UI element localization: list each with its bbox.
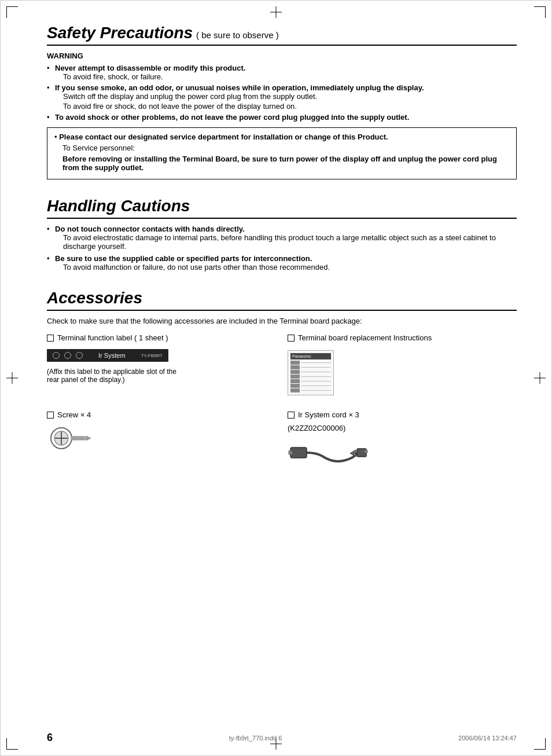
label-ir-text: Ir System (98, 352, 125, 359)
warning-item-3: To avoid shock or other problems, do not… (47, 113, 517, 122)
item-2-label: Terminal board replacement Instructions (298, 333, 432, 342)
accessory-item-screw: Screw × 4 (47, 410, 276, 476)
accessories-grid: Terminal function label ( 1 sheet ) Ir S… (47, 333, 517, 476)
accessory-label-text-2: Terminal board replacement Instructions (288, 333, 517, 342)
manual-image: Panasonic (288, 350, 334, 395)
manual-header: Panasonic (290, 353, 331, 359)
item-1-label: Terminal function label ( 1 sheet ) (57, 333, 168, 342)
safety-divider (47, 45, 517, 46)
handling-item-2-bold: Be sure to use the supplied cable or spe… (55, 254, 312, 263)
crosshair-left (6, 372, 18, 384)
warning-label: WARNING (47, 52, 517, 60)
svg-rect-11 (290, 447, 307, 458)
checkbox-4 (288, 412, 295, 419)
warning-item-2: If you sense smoke, an odd odor, or unus… (47, 83, 517, 111)
safety-title: Safety Precautions (47, 24, 193, 42)
warning-item-1-bold: Never attempt to disassemble or modify t… (55, 64, 245, 72)
warning-item-3-bold: To avoid shock or other problems, do not… (55, 113, 409, 122)
cord-image (288, 436, 369, 476)
handling-item-2: Be sure to use the supplied cable or spe… (47, 254, 517, 271)
page-number: 6 (47, 732, 53, 744)
handling-item-2-sub: To avoid malfunction or failure, do not … (55, 263, 517, 271)
warning-item-2-bold: If you sense smoke, an odd odor, or unus… (55, 83, 424, 92)
checkbox-2 (288, 335, 295, 342)
warning-list: Never attempt to disassemble or modify t… (47, 64, 517, 122)
corner-tl (6, 6, 18, 18)
crosshair-top (270, 6, 282, 18)
warning-item-1: Never attempt to disassemble or modify t… (47, 64, 517, 81)
corner-tr (534, 6, 546, 18)
accessory-item-manual: Terminal board replacement Instructions … (288, 333, 517, 399)
crosshair-right (534, 372, 546, 384)
svg-marker-15 (350, 450, 356, 457)
handling-item-1: Do not touch connector contacts with han… (47, 225, 517, 251)
svg-marker-10 (87, 436, 91, 440)
svg-rect-12 (289, 451, 292, 454)
safety-section: Safety Precautions( be sure to observe )… (47, 24, 517, 179)
box-line1: To Service personnel: (54, 144, 509, 152)
warning-box: • Please contact our designated service … (47, 127, 517, 179)
label-image-container: Ir System TY-FB9RT (47, 349, 276, 362)
accessories-intro: Check to make sure that the following ac… (47, 317, 517, 325)
warning-item-1-sub: To avoid fire, shock, or failure. (55, 72, 517, 81)
handling-item-1-sub: To avoid electrostatic damage to interna… (55, 233, 517, 251)
handling-section: Handling Cautions Do not touch connector… (47, 197, 517, 271)
accessory-item-label: Terminal function label ( 1 sheet ) Ir S… (47, 333, 276, 399)
footer-date: 2006/06/14 13:24:47 (458, 735, 517, 742)
item-4-label: Ir System cord × 3 (298, 410, 359, 419)
box-bullet: • Please contact our designated service … (54, 133, 509, 141)
accessories-divider (47, 310, 517, 311)
handling-divider (47, 218, 517, 219)
svg-rect-14 (365, 450, 367, 453)
checkbox-3 (47, 412, 54, 419)
item-1-caption: (Affix this label to the applicable slot… (47, 368, 276, 384)
item-4-caption: (K2ZZ02C00006) (288, 424, 517, 432)
handling-title: Handling Cautions (47, 197, 517, 215)
box-bullet-bold: Please contact our designated service de… (59, 133, 388, 141)
item-3-label: Screw × 4 (57, 410, 91, 419)
accessory-label-text-3: Screw × 4 (47, 410, 276, 419)
page: English Safety Precautions( be sure to o… (0, 0, 552, 756)
accessories-title: Accessories (47, 289, 517, 307)
accessory-label-text-4: Ir System cord × 3 (288, 410, 517, 419)
label-model: TY-FB9RT (141, 353, 163, 358)
screw-image (47, 424, 93, 453)
warning-item-2-sub1: Switch off the display and unplug the po… (55, 92, 517, 101)
footer-file: ty-fb9rt_770.indd 6 (229, 735, 282, 742)
safety-title-suffix: ( be sure to observe ) (196, 30, 279, 40)
accessories-section: Accessories Check to make sure that the … (47, 289, 517, 476)
handling-list: Do not touch connector contacts with han… (47, 225, 517, 271)
accessory-item-cord: Ir System cord × 3 (K2ZZ02C00006) (288, 410, 517, 476)
accessory-label-text-1: Terminal function label ( 1 sheet ) (47, 333, 276, 342)
checkbox-1 (47, 335, 54, 342)
warning-item-2-sub2: To avoid fire or shock, do not leave the… (55, 102, 517, 111)
box-line2: Before removing or installing the Termin… (54, 155, 509, 172)
handling-item-1-bold: Do not touch connector contacts with han… (55, 225, 245, 233)
page-footer: 6 ty-fb9rt_770.indd 6 2006/06/14 13:24:4… (1, 732, 551, 744)
